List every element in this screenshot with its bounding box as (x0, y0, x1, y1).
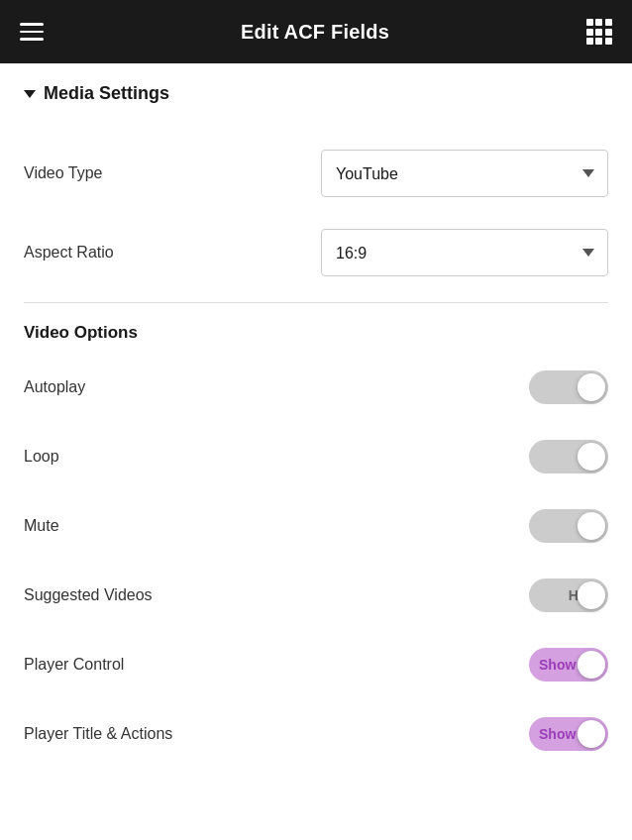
hamburger-icon[interactable] (20, 23, 44, 41)
section-chevron-icon[interactable] (24, 90, 36, 98)
toggle-track-text-5: Show (539, 726, 576, 742)
toggle-row-0: AutoplayNo (24, 353, 608, 422)
toggle-track-0: No (529, 370, 608, 404)
section-divider (24, 302, 608, 303)
header: Edit ACF Fields (0, 0, 632, 63)
toggle-row-2: MuteNo (24, 491, 608, 561)
toggle-thumb-2 (578, 512, 605, 540)
toggle-row-3: Suggested VideosHide (24, 561, 608, 630)
grid-icon[interactable] (586, 19, 612, 45)
toggle-switch-3[interactable]: Hide (529, 578, 608, 612)
toggle-track-5: Show (529, 717, 608, 751)
toggle-track-1: No (529, 440, 608, 473)
toggle-switch-0[interactable]: No (529, 370, 608, 404)
toggle-label-2: Mute (24, 517, 59, 535)
video-type-select-wrapper: YouTube Vimeo Self Hosted (321, 150, 608, 197)
toggle-track-4: Show (529, 648, 608, 682)
toggle-thumb-1 (578, 443, 605, 471)
toggle-switch-1[interactable]: No (529, 440, 608, 473)
toggle-track-3: Hide (529, 578, 608, 612)
toggle-label-4: Player Control (24, 656, 124, 674)
video-type-select[interactable]: YouTube Vimeo Self Hosted (321, 150, 608, 197)
toggle-label-3: Suggested Videos (24, 586, 153, 604)
toggles-container: AutoplayNoLoopNoMuteNoSuggested VideosHi… (24, 353, 608, 769)
video-type-row: Video Type YouTube Vimeo Self Hosted (24, 134, 608, 213)
toggle-switch-2[interactable]: No (529, 509, 608, 543)
toggle-switch-5[interactable]: Show (529, 717, 608, 751)
aspect-ratio-label: Aspect Ratio (24, 244, 114, 262)
page-title: Edit ACF Fields (241, 21, 389, 44)
toggle-switch-4[interactable]: Show (529, 648, 608, 682)
toggle-row-1: LoopNo (24, 422, 608, 491)
section-header: Media Settings (24, 83, 608, 104)
toggle-thumb-0 (578, 373, 605, 401)
toggle-row-4: Player ControlShow (24, 630, 608, 699)
aspect-ratio-select[interactable]: 16:9 4:3 1:1 9:16 (321, 229, 608, 276)
toggle-track-text-4: Show (539, 657, 576, 673)
toggle-track-2: No (529, 509, 608, 543)
aspect-ratio-row: Aspect Ratio 16:9 4:3 1:1 9:16 (24, 213, 608, 292)
toggle-thumb-3 (578, 581, 605, 609)
section-title: Media Settings (44, 83, 169, 104)
aspect-ratio-select-wrapper: 16:9 4:3 1:1 9:16 (321, 229, 608, 276)
toggle-row-5: Player Title & ActionsShow (24, 699, 608, 769)
toggle-label-0: Autoplay (24, 378, 85, 396)
content: Media Settings Video Type YouTube Vimeo … (0, 63, 632, 788)
toggle-label-5: Player Title & Actions (24, 725, 172, 743)
toggle-thumb-5 (578, 720, 605, 748)
toggle-label-1: Loop (24, 448, 59, 466)
toggle-thumb-4 (578, 651, 605, 679)
video-options-title: Video Options (24, 323, 608, 343)
video-type-label: Video Type (24, 164, 102, 182)
